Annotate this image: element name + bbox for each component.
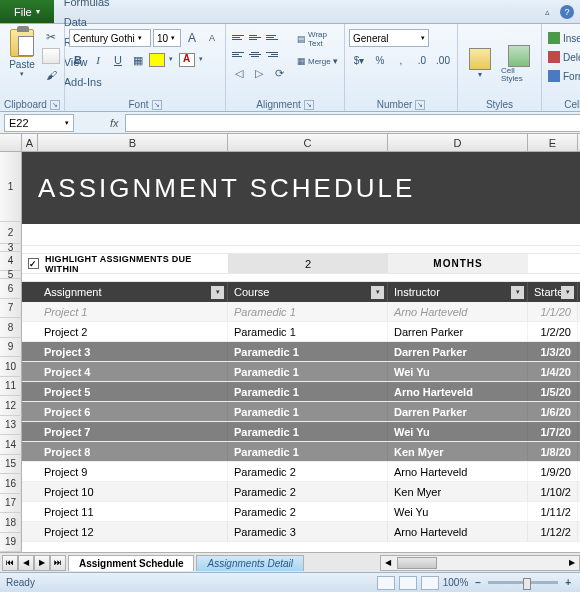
cell[interactable]: 1/6/20 (528, 402, 578, 421)
zoom-in-button[interactable]: + (562, 577, 574, 588)
format-cells-button[interactable]: Format ▾ (546, 67, 580, 85)
column-header-B[interactable]: B (38, 134, 228, 151)
cell[interactable]: Paramedic 1 (228, 382, 388, 401)
fill-color-button[interactable] (149, 53, 165, 67)
cell[interactable]: Darren Parker (388, 322, 528, 341)
cell[interactable]: Paramedic 1 (228, 402, 388, 421)
name-box[interactable]: E22▾ (4, 114, 74, 132)
cell[interactable]: 1/4/20 (528, 362, 578, 381)
row-header[interactable]: 18 (0, 513, 22, 533)
table-row[interactable]: Project 8Paramedic 1Ken Myer1/8/20 (22, 442, 580, 462)
table-row[interactable]: Project 6Paramedic 1Darren Parker1/6/20 (22, 402, 580, 422)
cell[interactable]: Wei Yu (388, 362, 528, 381)
paste-button[interactable]: Paste ▾ (4, 29, 40, 78)
cell[interactable]: Project 12 (38, 522, 228, 541)
cell[interactable]: Darren Parker (388, 342, 528, 361)
cell[interactable]: Darren Parker (388, 402, 528, 421)
align-center-button[interactable] (247, 46, 263, 62)
cell[interactable]: Ken Myer (388, 482, 528, 501)
formula-input[interactable] (125, 114, 580, 132)
row-header[interactable]: 3 (0, 244, 22, 252)
cell[interactable]: 1/12/2 (528, 522, 578, 541)
dialog-launcher-icon[interactable]: ↘ (152, 100, 162, 110)
insert-cells-button[interactable]: Insert ▾ (546, 29, 580, 47)
table-header-assignment[interactable]: Assignment▾ (38, 282, 228, 302)
cell[interactable]: Arno Harteveld (388, 382, 528, 401)
italic-button[interactable]: I (89, 51, 107, 69)
cell[interactable]: Project 7 (38, 422, 228, 441)
font-color-button[interactable] (179, 53, 195, 67)
dialog-launcher-icon[interactable]: ↘ (50, 100, 60, 110)
tab-nav-first[interactable]: ⏮ (2, 555, 18, 571)
page-layout-view-button[interactable] (399, 576, 417, 590)
table-row[interactable]: Project 7Paramedic 1Wei Yu1/7/20 (22, 422, 580, 442)
dialog-launcher-icon[interactable]: ↘ (415, 100, 425, 110)
row-header[interactable]: 9 (0, 338, 22, 358)
empty-row[interactable] (22, 542, 580, 552)
cell[interactable]: Arno Harteveld (388, 522, 528, 541)
align-top-button[interactable] (230, 29, 246, 45)
table-row[interactable]: Project 11Paramedic 2Wei Yu1/11/2 (22, 502, 580, 522)
shrink-font-button[interactable]: A (203, 29, 221, 47)
cell[interactable]: Paramedic 2 (228, 462, 388, 481)
cell[interactable]: Paramedic 1 (228, 342, 388, 361)
increase-indent-button[interactable]: ▷ (250, 64, 268, 82)
cell[interactable]: 1/7/20 (528, 422, 578, 441)
table-row[interactable]: Project 5Paramedic 1Arno Harteveld1/5/20 (22, 382, 580, 402)
cell[interactable]: 1/10/2 (528, 482, 578, 501)
select-all-corner[interactable] (0, 134, 22, 151)
cell[interactable]: Paramedic 1 (228, 442, 388, 461)
highlight-unit-cell[interactable]: MONTHS (388, 254, 528, 273)
table-row[interactable]: Project 2Paramedic 1Darren Parker1/2/20 (22, 322, 580, 342)
row-header[interactable]: 11 (0, 377, 22, 397)
conditional-formatting-button[interactable]: ▾ (462, 48, 498, 79)
underline-button[interactable]: U (109, 51, 127, 69)
cell[interactable]: Project 8 (38, 442, 228, 461)
comma-button[interactable]: , (391, 51, 411, 69)
dialog-launcher-icon[interactable]: ↘ (304, 100, 314, 110)
row-header[interactable]: 6 (0, 279, 22, 299)
border-button[interactable]: ▦ (129, 51, 147, 69)
cells-area[interactable]: ASSIGNMENT SCHEDULE ✓ HIGHLIGHT ASSIGNME… (22, 152, 580, 552)
align-bottom-button[interactable] (264, 29, 280, 45)
page-break-view-button[interactable] (421, 576, 439, 590)
row-header[interactable]: 14 (0, 435, 22, 455)
filter-icon[interactable]: ▾ (511, 286, 524, 299)
tab-nav-prev[interactable]: ◀ (18, 555, 34, 571)
cell[interactable]: Project 10 (38, 482, 228, 501)
cell[interactable]: Paramedic 1 (228, 422, 388, 441)
horizontal-scrollbar[interactable]: ◀ ▶ (380, 555, 580, 571)
decrease-decimal-button[interactable]: .00 (433, 51, 453, 69)
row-header[interactable]: 19 (0, 533, 22, 552)
row-header[interactable]: 15 (0, 455, 22, 475)
help-icon[interactable]: ? (560, 5, 574, 19)
format-painter-button[interactable] (42, 67, 60, 83)
cell[interactable]: Project 3 (38, 342, 228, 361)
font-name-combo[interactable]: Century Gothi▾ (69, 29, 151, 47)
table-header-course[interactable]: Course▾ (228, 282, 388, 302)
highlight-value-cell[interactable]: 2 (228, 254, 388, 273)
row-header[interactable]: 8 (0, 318, 22, 338)
scroll-thumb[interactable] (397, 557, 437, 569)
filter-icon[interactable]: ▾ (211, 286, 224, 299)
cell[interactable]: Paramedic 1 (228, 362, 388, 381)
zoom-slider[interactable] (488, 581, 558, 584)
cell[interactable]: Paramedic 2 (228, 482, 388, 501)
cell[interactable]: Project 11 (38, 502, 228, 521)
normal-view-button[interactable] (377, 576, 395, 590)
row-header[interactable]: 2 (0, 222, 22, 243)
row-header[interactable]: 13 (0, 416, 22, 436)
cell[interactable]: Paramedic 3 (228, 522, 388, 541)
cell[interactable]: Arno Harteveld (388, 302, 528, 321)
row-header[interactable]: 17 (0, 494, 22, 514)
align-right-button[interactable] (264, 46, 280, 62)
sheet-tab-other[interactable]: Assignments Detail (196, 555, 304, 571)
table-header-instructor[interactable]: Instructor▾ (388, 282, 528, 302)
table-row[interactable]: Project 3Paramedic 1Darren Parker1/3/20 (22, 342, 580, 362)
cell[interactable]: 1/8/20 (528, 442, 578, 461)
cell-styles-button[interactable]: Cell Styles (501, 45, 537, 83)
filter-icon[interactable]: ▾ (561, 286, 574, 299)
bold-button[interactable]: B (69, 51, 87, 69)
align-middle-button[interactable] (247, 29, 263, 45)
zoom-out-button[interactable]: − (472, 577, 484, 588)
